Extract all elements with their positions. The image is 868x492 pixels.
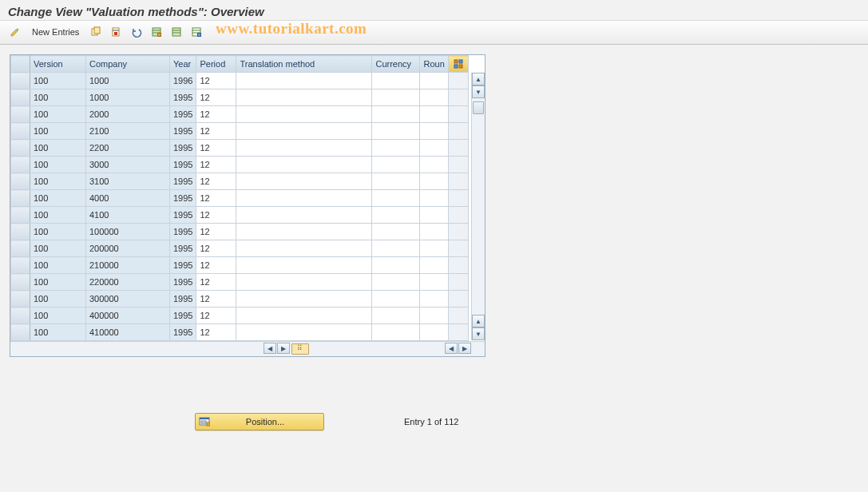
col-round[interactable]: Roun bbox=[420, 56, 448, 73]
cell-currency[interactable] bbox=[372, 257, 420, 274]
cell-period[interactable]: 12 bbox=[196, 274, 236, 291]
cell-company[interactable]: 2100 bbox=[86, 123, 170, 140]
col-version[interactable]: Version bbox=[30, 56, 86, 73]
cell-year[interactable]: 1995 bbox=[170, 89, 196, 106]
table-row[interactable]: 100410000199512 bbox=[11, 324, 469, 341]
cell-year[interactable]: 1995 bbox=[170, 106, 196, 123]
new-entries-button[interactable]: New Entries bbox=[26, 24, 85, 40]
cell-version[interactable]: 100 bbox=[30, 257, 86, 274]
cell-company[interactable]: 220000 bbox=[86, 274, 170, 291]
cell-translation[interactable] bbox=[236, 140, 372, 157]
cell-company[interactable]: 400000 bbox=[86, 308, 170, 324]
cell-company[interactable]: 210000 bbox=[86, 257, 170, 274]
vertical-scrollbar[interactable]: ▲ ▼ ▲ ▼ bbox=[471, 73, 485, 340]
cell-translation[interactable] bbox=[236, 257, 372, 274]
cell-round[interactable] bbox=[420, 73, 448, 89]
cell-round[interactable] bbox=[420, 257, 448, 274]
toggle-change-icon[interactable] bbox=[6, 24, 24, 40]
cell-round[interactable] bbox=[420, 190, 448, 207]
cell-currency[interactable] bbox=[372, 140, 420, 157]
scroll-down-icon[interactable]: ▼ bbox=[472, 85, 485, 98]
row-selector[interactable] bbox=[11, 308, 30, 324]
cell-round[interactable] bbox=[420, 240, 448, 257]
cell-year[interactable]: 1995 bbox=[170, 274, 196, 291]
table-row[interactable]: 1001000199612 bbox=[11, 73, 469, 89]
cell-currency[interactable] bbox=[372, 157, 420, 173]
cell-version[interactable]: 100 bbox=[30, 123, 86, 140]
row-selector[interactable] bbox=[11, 157, 30, 173]
cell-period[interactable]: 12 bbox=[196, 291, 236, 308]
cell-translation[interactable] bbox=[236, 89, 372, 106]
cell-currency[interactable] bbox=[372, 324, 420, 341]
cell-version[interactable]: 100 bbox=[30, 240, 86, 257]
cell-currency[interactable] bbox=[372, 274, 420, 291]
col-year[interactable]: Year bbox=[170, 56, 196, 73]
table-row[interactable]: 1004000199512 bbox=[11, 190, 469, 207]
cell-round[interactable] bbox=[420, 157, 448, 173]
undo-icon[interactable] bbox=[128, 24, 145, 40]
cell-year[interactable]: 1995 bbox=[170, 157, 196, 173]
cell-round[interactable] bbox=[420, 106, 448, 123]
cell-version[interactable]: 100 bbox=[30, 308, 86, 324]
row-selector[interactable] bbox=[11, 140, 30, 157]
col-company[interactable]: Company bbox=[86, 56, 170, 73]
cell-version[interactable]: 100 bbox=[30, 106, 86, 123]
row-selector[interactable] bbox=[11, 190, 30, 207]
cell-year[interactable]: 1995 bbox=[170, 324, 196, 341]
cell-year[interactable]: 1995 bbox=[170, 190, 196, 207]
cell-translation[interactable] bbox=[236, 173, 372, 190]
table-row[interactable]: 1002000199512 bbox=[11, 106, 469, 123]
table-config-icon[interactable] bbox=[448, 56, 468, 73]
cell-company[interactable]: 3100 bbox=[86, 173, 170, 190]
select-block-icon[interactable] bbox=[168, 24, 185, 40]
cell-round[interactable] bbox=[420, 207, 448, 224]
row-selector[interactable] bbox=[11, 123, 30, 140]
row-selector[interactable] bbox=[11, 173, 30, 190]
cell-period[interactable]: 12 bbox=[196, 207, 236, 224]
select-all-icon[interactable] bbox=[148, 24, 165, 40]
cell-year[interactable]: 1996 bbox=[170, 73, 196, 89]
table-row[interactable]: 1003000199512 bbox=[11, 157, 469, 173]
cell-period[interactable]: 12 bbox=[196, 157, 236, 173]
cell-year[interactable]: 1995 bbox=[170, 240, 196, 257]
table-row[interactable]: 1002100199512 bbox=[11, 123, 469, 140]
table-row[interactable]: 1003100199512 bbox=[11, 173, 469, 190]
cell-company[interactable]: 2000 bbox=[86, 106, 170, 123]
cell-currency[interactable] bbox=[372, 106, 420, 123]
cell-round[interactable] bbox=[420, 324, 448, 341]
cell-currency[interactable] bbox=[372, 224, 420, 240]
col-period[interactable]: Period bbox=[196, 56, 236, 73]
cell-period[interactable]: 12 bbox=[196, 73, 236, 89]
hscroll-left2-icon[interactable]: ◀ bbox=[445, 343, 458, 354]
table-row[interactable]: 100200000199512 bbox=[11, 240, 469, 257]
cell-translation[interactable] bbox=[236, 324, 372, 341]
row-selector[interactable] bbox=[11, 324, 30, 341]
cell-version[interactable]: 100 bbox=[30, 173, 86, 190]
cell-round[interactable] bbox=[420, 173, 448, 190]
table-row[interactable]: 100400000199512 bbox=[11, 308, 469, 324]
position-button[interactable]: Position... bbox=[195, 413, 324, 430]
cell-translation[interactable] bbox=[236, 157, 372, 173]
cell-year[interactable]: 1995 bbox=[170, 140, 196, 157]
scroll-down2-icon[interactable]: ▼ bbox=[472, 327, 485, 340]
cell-version[interactable]: 100 bbox=[30, 224, 86, 240]
cell-version[interactable]: 100 bbox=[30, 89, 86, 106]
cell-year[interactable]: 1995 bbox=[170, 207, 196, 224]
scroll-up-icon[interactable]: ▲ bbox=[472, 73, 485, 85]
cell-currency[interactable] bbox=[372, 173, 420, 190]
cell-round[interactable] bbox=[420, 274, 448, 291]
select-all-header[interactable] bbox=[11, 56, 30, 73]
row-selector[interactable] bbox=[11, 240, 30, 257]
table-row[interactable]: 100100000199512 bbox=[11, 224, 469, 240]
table-row[interactable]: 100210000199512 bbox=[11, 257, 469, 274]
cell-version[interactable]: 100 bbox=[30, 291, 86, 308]
row-selector[interactable] bbox=[11, 89, 30, 106]
cell-company[interactable]: 200000 bbox=[86, 240, 170, 257]
cell-year[interactable]: 1995 bbox=[170, 291, 196, 308]
delete-icon[interactable] bbox=[107, 24, 125, 40]
col-translation[interactable]: Translation method bbox=[236, 56, 372, 73]
cell-period[interactable]: 12 bbox=[196, 123, 236, 140]
row-selector[interactable] bbox=[11, 73, 30, 89]
row-selector[interactable] bbox=[11, 224, 30, 240]
scroll-track[interactable] bbox=[472, 98, 485, 315]
